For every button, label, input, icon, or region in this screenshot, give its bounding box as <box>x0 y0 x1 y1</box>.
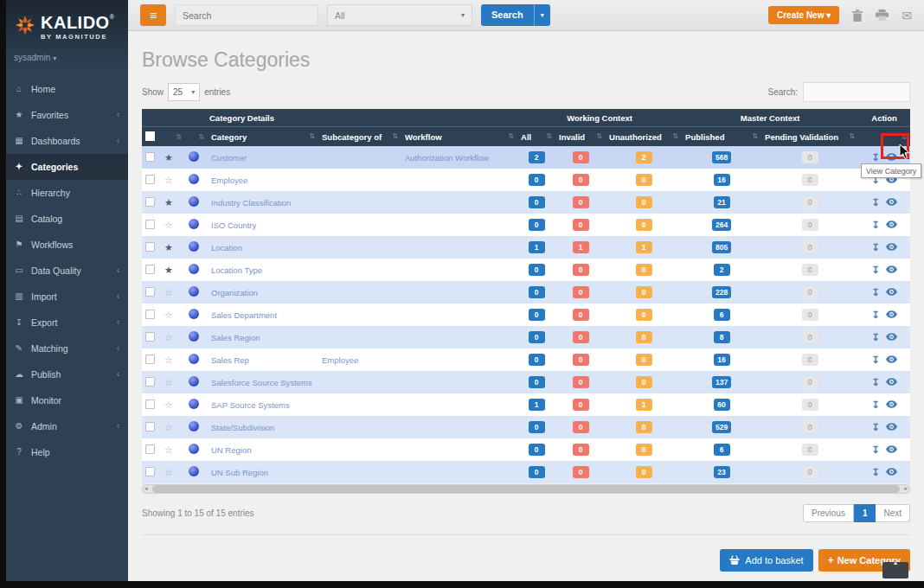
download-icon[interactable]: ↧ <box>871 444 879 455</box>
print-icon[interactable] <box>876 10 889 21</box>
select-all-checkbox[interactable] <box>145 131 155 141</box>
row-checkbox[interactable] <box>145 197 155 207</box>
invalid-column-header[interactable]: Invalid⇅ <box>555 127 606 147</box>
favorite-star-icon[interactable]: ☆ <box>164 175 173 185</box>
unauthorized-count-badge[interactable]: 0 <box>636 219 652 231</box>
sidebar-item-data-quality[interactable]: ▭Data Quality‹ <box>0 258 128 284</box>
all-count-badge[interactable]: 0 <box>529 444 545 456</box>
row-checkbox[interactable] <box>145 355 155 364</box>
view-category-eye-icon[interactable] <box>886 243 897 252</box>
favorite-star-icon[interactable]: ☆ <box>164 310 173 320</box>
invalid-count-badge[interactable]: 1 <box>573 241 589 253</box>
published-count-badge[interactable]: 60 <box>714 399 730 411</box>
row-checkbox[interactable] <box>145 467 155 476</box>
download-icon[interactable]: ↧ <box>871 355 879 365</box>
favorite-star-icon[interactable]: ★ <box>164 197 173 208</box>
sort-icon[interactable]: ⇅ <box>508 132 514 140</box>
row-checkbox[interactable] <box>145 444 155 454</box>
unauthorized-count-badge[interactable]: 0 <box>636 466 652 478</box>
search-scope-select[interactable]: All ▾ <box>327 4 472 26</box>
sidebar-item-import[interactable]: ▥Import‹ <box>0 284 128 310</box>
download-icon[interactable]: ↧ <box>871 399 879 410</box>
all-count-badge[interactable]: 1 <box>529 399 545 411</box>
row-checkbox[interactable] <box>145 422 155 431</box>
unauthorized-count-badge[interactable]: 0 <box>636 354 652 366</box>
page-size-select[interactable]: 25 ▾ <box>168 83 200 101</box>
row-checkbox[interactable] <box>145 220 155 229</box>
unauthorized-count-badge[interactable]: 2 <box>636 151 652 163</box>
unauthorized-column-header[interactable]: Unauthorized⇅ <box>606 127 682 147</box>
download-icon[interactable]: ↧ <box>871 332 879 342</box>
invalid-count-badge[interactable]: 0 <box>573 354 589 366</box>
all-column-header[interactable]: All⇅ <box>517 127 555 147</box>
invalid-count-badge[interactable]: 0 <box>573 264 589 276</box>
download-icon[interactable]: ↧ <box>871 265 879 275</box>
sidebar-item-dashboards[interactable]: ▦Dashboards‹ <box>0 128 128 154</box>
trash-icon[interactable] <box>852 10 863 22</box>
sidebar-item-home[interactable]: ⌂Home <box>0 76 128 102</box>
published-count-badge[interactable]: 228 <box>712 286 730 298</box>
published-column-header[interactable]: Published⇅ <box>682 127 761 147</box>
published-count-badge[interactable]: 805 <box>712 241 730 253</box>
sidebar-item-admin[interactable]: ⚙Admin‹ <box>0 413 128 439</box>
all-count-badge[interactable]: 0 <box>529 286 545 298</box>
view-category-eye-icon[interactable] <box>886 198 897 208</box>
unauthorized-count-badge[interactable]: 0 <box>636 286 652 298</box>
sidebar-item-hierarchy[interactable]: ∴Hierarchy <box>0 180 128 206</box>
sidebar-item-workflows[interactable]: ⚑Workflows <box>0 232 128 258</box>
type-column-header[interactable]: ⇅ <box>185 127 208 147</box>
published-count-badge[interactable]: 6 <box>714 444 730 456</box>
category-link[interactable]: UN Region <box>211 445 251 455</box>
category-link[interactable]: Employee <box>211 176 247 185</box>
invalid-count-badge[interactable]: 0 <box>573 174 589 186</box>
popup-player-icon[interactable]: ▴ <box>882 562 908 578</box>
table-search-input[interactable] <box>803 82 910 102</box>
scrollbar-thumb[interactable] <box>152 485 900 493</box>
row-checkbox[interactable] <box>145 399 155 409</box>
view-category-eye-icon[interactable] <box>886 288 897 297</box>
unauthorized-count-badge[interactable]: 1 <box>636 399 652 411</box>
favorite-star-icon[interactable]: ☆ <box>164 332 173 342</box>
unauthorized-count-badge[interactable]: 0 <box>636 196 652 208</box>
all-count-badge[interactable]: 0 <box>529 264 545 276</box>
published-count-badge[interactable]: 16 <box>714 354 730 366</box>
published-count-badge[interactable]: 529 <box>712 421 730 433</box>
sort-icon[interactable]: ⇅ <box>672 132 678 140</box>
download-icon[interactable]: ↧ <box>871 152 879 163</box>
row-checkbox[interactable] <box>145 310 155 319</box>
view-category-eye-icon[interactable] <box>886 310 897 320</box>
search-button-caret-icon[interactable]: ▾ <box>534 4 550 26</box>
global-search-input[interactable] <box>175 4 318 26</box>
invalid-count-badge[interactable]: 0 <box>573 466 589 478</box>
favorite-star-icon[interactable]: ☆ <box>164 444 173 455</box>
view-category-eye-icon[interactable] <box>886 220 897 230</box>
sidebar-item-catalog[interactable]: ▤Catalog <box>0 206 128 232</box>
category-link[interactable]: Sales Region <box>211 333 260 342</box>
next-page-button[interactable]: Next <box>876 504 910 522</box>
download-icon[interactable]: ↧ <box>871 197 879 208</box>
row-checkbox[interactable] <box>145 265 155 274</box>
published-count-badge[interactable]: 264 <box>712 219 730 231</box>
all-count-badge[interactable]: 0 <box>529 219 545 231</box>
published-count-badge[interactable]: 8 <box>714 331 730 343</box>
unauthorized-count-badge[interactable]: 0 <box>636 264 652 276</box>
favorite-star-icon[interactable]: ☆ <box>164 355 173 365</box>
unauthorized-count-badge[interactable]: 1 <box>636 241 652 253</box>
invalid-count-badge[interactable]: 0 <box>573 309 589 321</box>
invalid-count-badge[interactable]: 0 <box>573 286 589 298</box>
all-count-badge[interactable]: 0 <box>529 196 545 208</box>
published-count-badge[interactable]: 23 <box>714 466 730 478</box>
unauthorized-count-badge[interactable]: 0 <box>636 309 652 321</box>
user-menu[interactable]: sysadmin▾ <box>14 53 121 62</box>
unauthorized-count-badge[interactable]: 0 <box>636 376 652 388</box>
category-link[interactable]: Sales Department <box>211 310 277 320</box>
sort-icon[interactable]: ⇅ <box>596 132 602 140</box>
pending-validation-column-header[interactable]: Pending Validation⇅ <box>761 127 858 147</box>
all-count-badge[interactable]: 0 <box>529 331 545 343</box>
download-icon[interactable]: ↧ <box>871 242 879 252</box>
invalid-count-badge[interactable]: 0 <box>573 399 589 411</box>
invalid-count-badge[interactable]: 0 <box>573 151 589 163</box>
invalid-count-badge[interactable]: 0 <box>573 219 589 231</box>
category-link[interactable]: Sales Rep <box>211 355 249 365</box>
favorite-star-icon[interactable]: ☆ <box>164 399 173 410</box>
